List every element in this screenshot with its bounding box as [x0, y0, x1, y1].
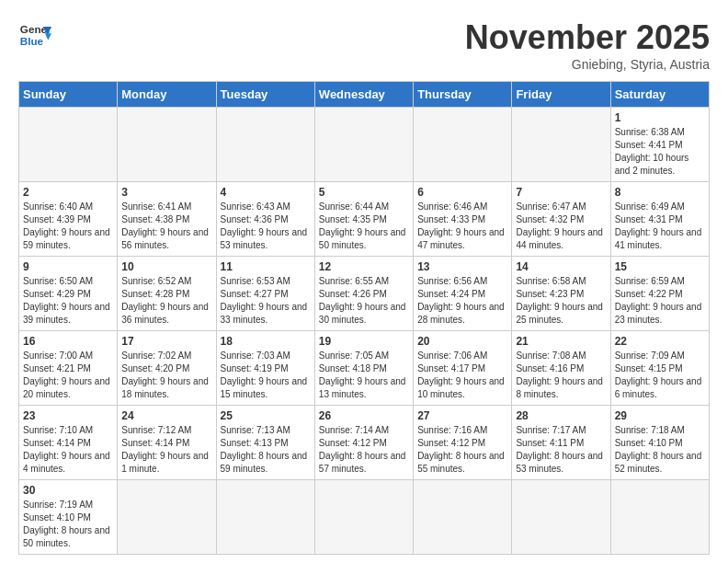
- day-info: Sunrise: 6:41 AM Sunset: 4:38 PM Dayligh…: [121, 201, 211, 252]
- day-number: 2: [23, 186, 113, 199]
- calendar-cell: 5Sunrise: 6:44 AM Sunset: 4:35 PM Daylig…: [314, 182, 413, 257]
- month-title: November 2025: [465, 18, 710, 57]
- calendar-cell: 25Sunrise: 7:13 AM Sunset: 4:13 PM Dayli…: [216, 406, 314, 480]
- day-number: 5: [319, 186, 409, 199]
- day-number: 26: [319, 409, 409, 422]
- calendar-cell: 14Sunrise: 6:58 AM Sunset: 4:23 PM Dayli…: [512, 257, 610, 331]
- weekday-header-wednesday: Wednesday: [314, 82, 413, 108]
- calendar-week-4: 23Sunrise: 7:10 AM Sunset: 4:14 PM Dayli…: [19, 406, 710, 480]
- day-number: 17: [121, 335, 211, 348]
- calendar-cell: 22Sunrise: 7:09 AM Sunset: 4:15 PM Dayli…: [610, 331, 709, 406]
- calendar-cell: 11Sunrise: 6:53 AM Sunset: 4:27 PM Dayli…: [216, 257, 314, 331]
- title-block: November 2025 Gniebing, Styria, Austria: [465, 18, 710, 72]
- day-info: Sunrise: 7:03 AM Sunset: 4:19 PM Dayligh…: [221, 350, 311, 401]
- day-number: 11: [221, 260, 311, 273]
- day-info: Sunrise: 7:19 AM Sunset: 4:10 PM Dayligh…: [23, 499, 113, 550]
- day-info: Sunrise: 7:05 AM Sunset: 4:18 PM Dayligh…: [319, 350, 409, 401]
- calendar-week-1: 2Sunrise: 6:40 AM Sunset: 4:39 PM Daylig…: [19, 182, 710, 257]
- weekday-header-tuesday: Tuesday: [216, 82, 314, 108]
- day-number: 22: [615, 335, 705, 348]
- calendar-cell: [118, 108, 216, 182]
- calendar-cell: 12Sunrise: 6:55 AM Sunset: 4:26 PM Dayli…: [314, 257, 413, 331]
- calendar-cell: [610, 480, 709, 555]
- calendar-cell: [512, 108, 610, 182]
- day-number: 10: [121, 260, 211, 273]
- day-number: 29: [615, 409, 705, 422]
- calendar-cell: 15Sunrise: 6:59 AM Sunset: 4:22 PM Dayli…: [610, 257, 709, 331]
- page-header: General Blue November 2025 Gniebing, Sty…: [18, 18, 710, 72]
- calendar-cell: [216, 108, 314, 182]
- day-info: Sunrise: 7:12 AM Sunset: 4:14 PM Dayligh…: [121, 424, 211, 476]
- day-info: Sunrise: 6:38 AM Sunset: 4:41 PM Dayligh…: [615, 126, 705, 178]
- calendar-cell: 3Sunrise: 6:41 AM Sunset: 4:38 PM Daylig…: [118, 182, 216, 257]
- weekday-header-monday: Monday: [118, 82, 216, 108]
- calendar-table: SundayMondayTuesdayWednesdayThursdayFrid…: [18, 81, 710, 555]
- day-info: Sunrise: 6:49 AM Sunset: 4:31 PM Dayligh…: [615, 201, 705, 252]
- day-info: Sunrise: 6:52 AM Sunset: 4:28 PM Dayligh…: [121, 275, 211, 327]
- day-info: Sunrise: 7:10 AM Sunset: 4:14 PM Dayligh…: [23, 424, 113, 476]
- day-number: 9: [23, 260, 113, 273]
- day-info: Sunrise: 7:08 AM Sunset: 4:16 PM Dayligh…: [516, 350, 606, 401]
- day-number: 28: [516, 409, 606, 422]
- day-number: 13: [417, 260, 507, 273]
- calendar-cell: 24Sunrise: 7:12 AM Sunset: 4:14 PM Dayli…: [118, 406, 216, 480]
- calendar-cell: 4Sunrise: 6:43 AM Sunset: 4:36 PM Daylig…: [216, 182, 314, 257]
- day-info: Sunrise: 7:13 AM Sunset: 4:13 PM Dayligh…: [221, 424, 311, 476]
- day-number: 1: [615, 111, 705, 124]
- day-info: Sunrise: 6:53 AM Sunset: 4:27 PM Dayligh…: [221, 275, 311, 327]
- calendar-cell: 1Sunrise: 6:38 AM Sunset: 4:41 PM Daylig…: [610, 108, 709, 182]
- svg-text:Blue: Blue: [20, 35, 44, 47]
- day-info: Sunrise: 7:14 AM Sunset: 4:12 PM Dayligh…: [319, 424, 409, 476]
- day-info: Sunrise: 6:56 AM Sunset: 4:24 PM Dayligh…: [417, 275, 507, 327]
- calendar-cell: [512, 480, 610, 555]
- calendar-cell: 18Sunrise: 7:03 AM Sunset: 4:19 PM Dayli…: [216, 331, 314, 406]
- calendar-cell: 10Sunrise: 6:52 AM Sunset: 4:28 PM Dayli…: [118, 257, 216, 331]
- svg-marker-3: [45, 33, 51, 40]
- calendar-cell: 23Sunrise: 7:10 AM Sunset: 4:14 PM Dayli…: [19, 406, 118, 480]
- calendar-cell: 28Sunrise: 7:17 AM Sunset: 4:11 PM Dayli…: [512, 406, 610, 480]
- day-info: Sunrise: 6:46 AM Sunset: 4:33 PM Dayligh…: [417, 201, 507, 252]
- calendar-cell: 29Sunrise: 7:18 AM Sunset: 4:10 PM Dayli…: [610, 406, 709, 480]
- day-number: 12: [319, 260, 409, 273]
- logo-icon: General Blue: [18, 18, 51, 52]
- calendar-cell: 26Sunrise: 7:14 AM Sunset: 4:12 PM Dayli…: [314, 406, 413, 480]
- calendar-cell: [19, 108, 118, 182]
- weekday-header-friday: Friday: [512, 82, 610, 108]
- calendar-cell: [314, 108, 413, 182]
- day-number: 30: [23, 484, 113, 497]
- day-number: 8: [615, 186, 705, 199]
- day-info: Sunrise: 7:09 AM Sunset: 4:15 PM Dayligh…: [615, 350, 705, 401]
- day-number: 15: [615, 260, 705, 273]
- day-number: 14: [516, 260, 606, 273]
- day-number: 18: [221, 335, 311, 348]
- calendar-cell: [414, 480, 512, 555]
- calendar-cell: 8Sunrise: 6:49 AM Sunset: 4:31 PM Daylig…: [610, 182, 709, 257]
- calendar-cell: 19Sunrise: 7:05 AM Sunset: 4:18 PM Dayli…: [314, 331, 413, 406]
- day-number: 16: [23, 335, 113, 348]
- calendar-cell: 30Sunrise: 7:19 AM Sunset: 4:10 PM Dayli…: [19, 480, 118, 555]
- logo: General Blue: [18, 18, 51, 52]
- day-number: 23: [23, 409, 113, 422]
- calendar-cell: 27Sunrise: 7:16 AM Sunset: 4:12 PM Dayli…: [414, 406, 512, 480]
- calendar-cell: 20Sunrise: 7:06 AM Sunset: 4:17 PM Dayli…: [414, 331, 512, 406]
- day-info: Sunrise: 6:43 AM Sunset: 4:36 PM Dayligh…: [221, 201, 311, 252]
- day-info: Sunrise: 6:59 AM Sunset: 4:22 PM Dayligh…: [615, 275, 705, 327]
- calendar-cell: 7Sunrise: 6:47 AM Sunset: 4:32 PM Daylig…: [512, 182, 610, 257]
- calendar-cell: 13Sunrise: 6:56 AM Sunset: 4:24 PM Dayli…: [414, 257, 512, 331]
- day-info: Sunrise: 7:17 AM Sunset: 4:11 PM Dayligh…: [516, 424, 606, 476]
- day-number: 3: [121, 186, 211, 199]
- calendar-cell: 17Sunrise: 7:02 AM Sunset: 4:20 PM Dayli…: [118, 331, 216, 406]
- day-number: 6: [417, 186, 507, 199]
- calendar-cell: 6Sunrise: 6:46 AM Sunset: 4:33 PM Daylig…: [414, 182, 512, 257]
- day-number: 7: [516, 186, 606, 199]
- calendar-week-0: 1Sunrise: 6:38 AM Sunset: 4:41 PM Daylig…: [19, 108, 710, 182]
- weekday-header-row: SundayMondayTuesdayWednesdayThursdayFrid…: [19, 82, 710, 108]
- day-number: 27: [417, 409, 507, 422]
- day-info: Sunrise: 7:18 AM Sunset: 4:10 PM Dayligh…: [615, 424, 705, 476]
- calendar-week-2: 9Sunrise: 6:50 AM Sunset: 4:29 PM Daylig…: [19, 257, 710, 331]
- calendar-cell: [314, 480, 413, 555]
- calendar-week-3: 16Sunrise: 7:00 AM Sunset: 4:21 PM Dayli…: [19, 331, 710, 406]
- weekday-header-sunday: Sunday: [19, 82, 118, 108]
- day-info: Sunrise: 7:02 AM Sunset: 4:20 PM Dayligh…: [121, 350, 211, 401]
- calendar-cell: 9Sunrise: 6:50 AM Sunset: 4:29 PM Daylig…: [19, 257, 118, 331]
